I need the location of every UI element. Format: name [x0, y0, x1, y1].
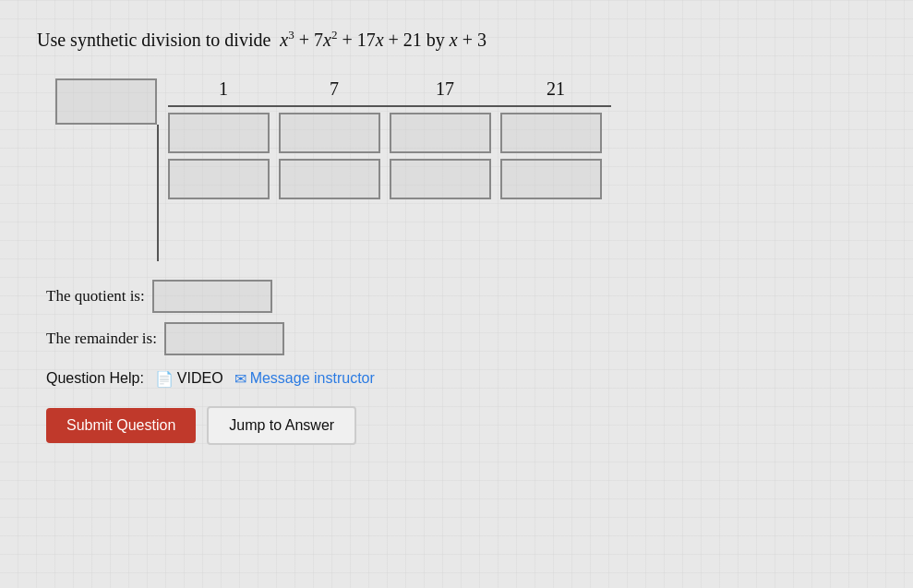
coeff-21: 21 — [500, 78, 611, 100]
bottom-input-row — [168, 159, 611, 199]
middle-input-3[interactable] — [390, 113, 491, 153]
remainder-label: The remainder is: — [46, 330, 157, 348]
doc-icon: 📄 — [155, 370, 174, 388]
question-help-label: Question Help: — [46, 370, 144, 387]
coeff-17: 17 — [390, 78, 500, 100]
problem-statement: Use synthetic division to divide x3 + 7x… — [37, 28, 876, 51]
remainder-input[interactable] — [164, 322, 284, 355]
question-help-section: Question Help: 📄 VIDEO ✉ Message instruc… — [46, 370, 876, 388]
top-numbers-row: 1 7 17 21 — [168, 78, 611, 107]
video-help[interactable]: 📄 VIDEO — [155, 370, 223, 388]
submit-question-button[interactable]: Submit Question — [46, 408, 196, 443]
jump-to-answer-button[interactable]: Jump to Answer — [207, 406, 356, 445]
vertical-line — [157, 125, 159, 261]
middle-input-4[interactable] — [500, 113, 602, 153]
remainder-row: The remainder is: — [46, 322, 876, 355]
quotient-remainder-section: The quotient is: The remainder is: — [46, 280, 876, 355]
bottom-input-4[interactable] — [500, 159, 602, 199]
bottom-input-2[interactable] — [279, 159, 380, 199]
instruction-text: Use synthetic division to divide — [37, 30, 270, 50]
quotient-row: The quotient is: — [46, 280, 876, 313]
page-container: Use synthetic division to divide x3 + 7x… — [37, 28, 876, 445]
middle-input-1[interactable] — [168, 113, 270, 153]
video-label: VIDEO — [177, 370, 223, 387]
coeff-1: 1 — [168, 78, 279, 100]
mail-icon: ✉ — [234, 370, 246, 388]
middle-input-row — [168, 113, 611, 153]
button-row: Submit Question Jump to Answer — [46, 406, 876, 445]
synthetic-division-layout: 1 7 17 21 — [55, 78, 876, 261]
synth-right: 1 7 17 21 — [168, 78, 611, 199]
bottom-input-1[interactable] — [168, 159, 270, 199]
middle-input-2[interactable] — [279, 113, 380, 153]
bottom-input-3[interactable] — [390, 159, 491, 199]
quotient-label: The quotient is: — [46, 287, 145, 306]
message-label: Message instructor — [250, 370, 375, 387]
expression-text: x3 + 7x2 + 17x + 21 by x + 3 — [275, 30, 487, 50]
message-instructor[interactable]: ✉ Message instructor — [234, 370, 375, 388]
divisor-input[interactable] — [55, 78, 157, 125]
coeff-7: 7 — [279, 78, 390, 100]
quotient-input[interactable] — [152, 280, 272, 313]
